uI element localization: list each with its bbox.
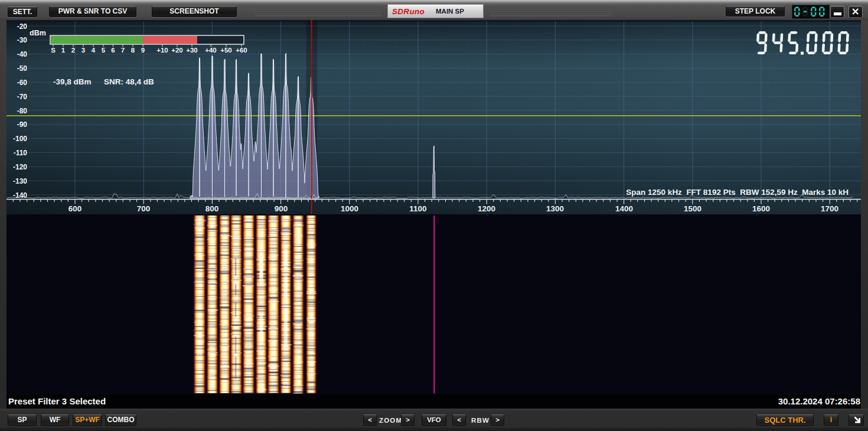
svg-text:5: 5 [102,47,106,54]
svg-text:2: 2 [71,47,75,54]
svg-text:900: 900 [275,204,288,213]
svg-text:1500: 1500 [684,204,701,213]
svg-text:9: 9 [141,47,145,54]
svg-text:-140: -140 [13,191,27,200]
svg-text:+40: +40 [205,47,217,54]
svg-text:-80: -80 [17,107,28,115]
svg-text:-100: -100 [13,135,27,143]
svg-text:700: 700 [137,204,151,213]
svg-text:-40: -40 [17,50,28,58]
svg-text:6: 6 [111,47,115,54]
svg-text:800: 800 [205,204,219,213]
svg-text:3: 3 [81,47,85,54]
svg-text:1700: 1700 [821,204,838,213]
svg-text:S: S [51,47,56,54]
svg-text:dBm: dBm [30,29,46,37]
svg-text:-39,8 dBm: -39,8 dBm [53,77,92,86]
svg-text:1400: 1400 [615,204,633,213]
svg-text:+20: +20 [171,47,183,54]
svg-text:+50: +50 [220,47,232,54]
svg-text:1600: 1600 [752,204,770,213]
svg-text:-120: -120 [13,163,27,171]
svg-text:8: 8 [131,47,135,54]
svg-text:-60: -60 [17,79,28,87]
svg-text:-20: -20 [17,22,28,31]
svg-text:-90: -90 [17,120,28,129]
svg-text:1100: 1100 [409,204,426,213]
svg-text:+60: +60 [236,47,247,54]
svg-text:-50: -50 [17,64,28,73]
svg-text:-110: -110 [14,149,28,157]
svg-text:1: 1 [61,47,66,54]
svg-text:-130: -130 [13,177,27,185]
svg-text:1200: 1200 [478,204,495,213]
svg-text:SNR: 48,4 dB: SNR: 48,4 dB [104,77,154,86]
svg-text:-30: -30 [17,36,28,44]
svg-text:Span 1250 kHz FFT 8192 Pts R: Span 1250 kHz FFT 8192 Pts RBW 152,59 Hz… [626,188,849,197]
svg-text:7: 7 [121,47,125,54]
svg-text:+10: +10 [156,47,168,54]
svg-text:1300: 1300 [546,204,564,213]
svg-text:600: 600 [68,204,82,213]
svg-text:+30: +30 [186,47,198,54]
svg-text:-70: -70 [17,93,28,101]
svg-text:4: 4 [92,47,96,54]
svg-text:1000: 1000 [341,204,358,213]
